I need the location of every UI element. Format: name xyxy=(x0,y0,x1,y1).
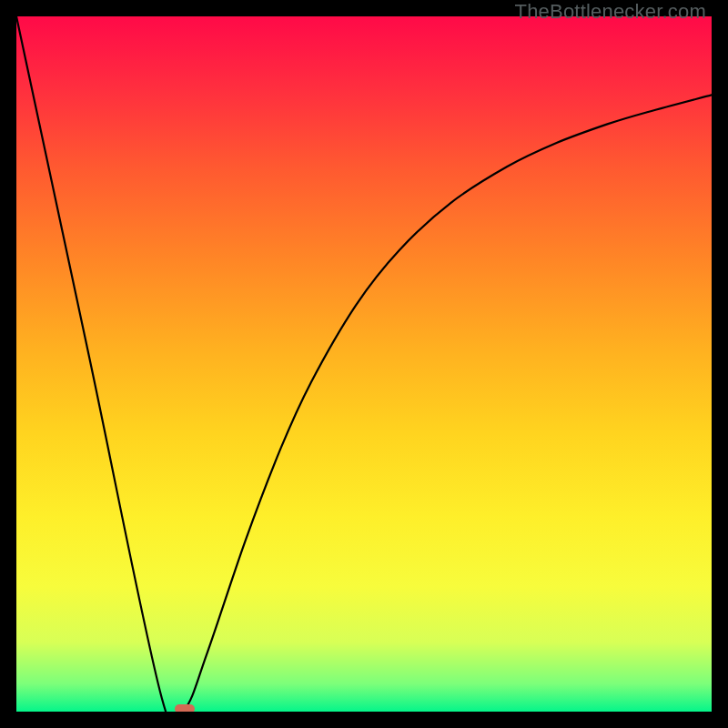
chart-plot-area xyxy=(16,16,712,712)
optimal-point-marker xyxy=(175,704,195,712)
chart-frame: TheBottlenecker.com xyxy=(0,0,728,728)
bottleneck-curve xyxy=(16,16,712,712)
watermark-text: TheBottlenecker.com xyxy=(515,0,706,24)
